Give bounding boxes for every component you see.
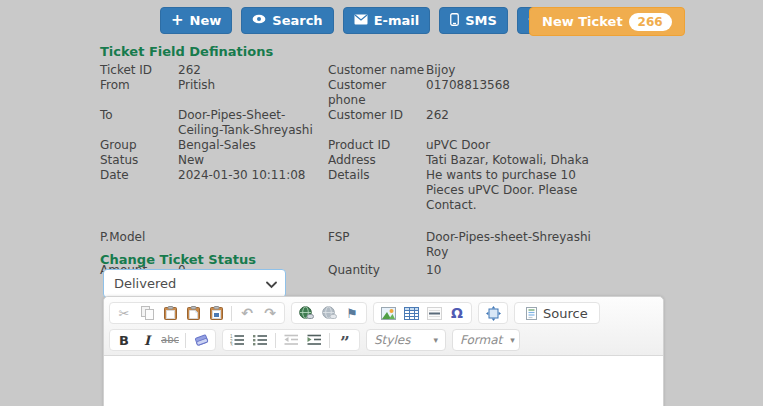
status-select[interactable]: Delivered bbox=[103, 269, 286, 298]
toolbar-separator bbox=[275, 333, 276, 348]
field-value: Pritish bbox=[178, 78, 328, 108]
editor-content-area[interactable] bbox=[105, 357, 662, 406]
ticket-fields-title: Ticket Field Definations bbox=[100, 44, 620, 59]
source-button-label: Source bbox=[543, 306, 588, 321]
field-label: From bbox=[100, 78, 178, 108]
format-dropdown[interactable]: Format ▾ bbox=[452, 329, 520, 351]
numbered-list-icon[interactable]: 123 bbox=[226, 331, 248, 349]
field-value: New bbox=[178, 153, 328, 168]
link-group: ⚑ bbox=[291, 302, 367, 324]
field-label: Date bbox=[100, 168, 178, 213]
italic-icon[interactable]: I bbox=[136, 331, 158, 349]
special-character-icon[interactable]: Ω bbox=[446, 304, 468, 322]
top-toolbar: + New Search E-mail SMS CRM bbox=[160, 7, 591, 34]
change-ticket-status-title: Change Ticket Status bbox=[100, 252, 256, 267]
field-label: Details bbox=[328, 168, 426, 213]
email-button[interactable]: E-mail bbox=[343, 7, 431, 34]
new-button[interactable]: + New bbox=[160, 7, 232, 34]
toolbar-separator bbox=[329, 333, 330, 348]
editor-toolbar: ✂ ↶ ↷ ⚑ Ω bbox=[104, 297, 663, 356]
svg-text:3: 3 bbox=[230, 343, 233, 346]
eye-icon bbox=[252, 13, 266, 28]
new-ticket-button[interactable]: New Ticket 266 bbox=[529, 7, 685, 36]
omega-glyph: Ω bbox=[451, 306, 463, 320]
styles-dropdown-label: Styles bbox=[374, 333, 410, 347]
new-button-label: New bbox=[190, 13, 222, 28]
caret-down-icon: ▾ bbox=[433, 335, 438, 345]
field-value: Door-Pipes-Sheet-Ceiling-Tank-Shreyashi bbox=[178, 108, 328, 138]
insert-group: Ω bbox=[373, 302, 472, 324]
field-label: Quantity bbox=[328, 260, 426, 278]
undo-icon[interactable]: ↶ bbox=[236, 304, 258, 322]
search-button-label: Search bbox=[272, 13, 322, 28]
caret-down-icon: ▾ bbox=[510, 335, 515, 345]
field-label: Address bbox=[328, 153, 426, 168]
search-button[interactable]: Search bbox=[241, 7, 333, 34]
field-label: To bbox=[100, 108, 178, 138]
image-icon[interactable] bbox=[377, 304, 399, 322]
field-value: He wants to purchase 10 Pieces uPVC Door… bbox=[426, 168, 598, 213]
fields-table-body: Ticket ID 262 Customer name Bijoy From P… bbox=[100, 63, 598, 278]
editor-toolbar-row-2: B I abc 123 ” Styles ▾ Format ▾ bbox=[109, 329, 658, 351]
remove-format-icon[interactable] bbox=[190, 331, 212, 349]
field-value: 262 bbox=[178, 63, 328, 78]
anchor-icon[interactable]: ⚑ bbox=[341, 304, 363, 322]
paste-icon[interactable] bbox=[159, 304, 181, 322]
ticket-fields-table: Ticket ID 262 Customer name Bijoy From P… bbox=[100, 63, 598, 278]
mobile-phone-icon bbox=[450, 13, 459, 29]
link-icon[interactable] bbox=[295, 304, 317, 322]
ticket-fields-section: Ticket Field Definations Ticket ID 262 C… bbox=[100, 44, 620, 278]
list-group: 123 ” bbox=[222, 329, 360, 351]
clipboard-group: ✂ ↶ ↷ bbox=[109, 302, 285, 324]
source-button[interactable]: Source bbox=[518, 304, 596, 322]
field-value: uPVC Door bbox=[426, 138, 598, 153]
field-value: 262 bbox=[426, 108, 598, 138]
cut-icon[interactable]: ✂ bbox=[113, 304, 135, 322]
field-label: Customer phone bbox=[328, 78, 426, 108]
sms-button[interactable]: SMS bbox=[439, 7, 508, 34]
plus-icon: + bbox=[171, 13, 184, 28]
ticket-field-row: Ticket ID 262 Customer name Bijoy bbox=[100, 63, 598, 78]
envelope-icon bbox=[354, 13, 368, 28]
table-icon[interactable] bbox=[400, 304, 422, 322]
ticket-field-row: To Door-Pipes-Sheet-Ceiling-Tank-Shreyas… bbox=[100, 108, 598, 138]
sms-button-label: SMS bbox=[465, 13, 497, 28]
paste-from-word-icon[interactable] bbox=[205, 304, 227, 322]
field-value: Bijoy bbox=[426, 63, 598, 78]
bulleted-list-icon[interactable] bbox=[249, 331, 271, 349]
email-button-label: E-mail bbox=[374, 13, 420, 28]
indent-icon[interactable] bbox=[303, 331, 325, 349]
copy-icon[interactable] bbox=[136, 304, 158, 322]
maximize-icon[interactable] bbox=[482, 304, 504, 322]
field-label: Product ID bbox=[328, 138, 426, 153]
outdent-icon[interactable] bbox=[280, 331, 302, 349]
field-label: Group bbox=[100, 138, 178, 153]
format-dropdown-label: Format bbox=[460, 333, 502, 347]
field-label: Ticket ID bbox=[100, 63, 178, 78]
bold-icon[interactable]: B bbox=[113, 331, 135, 349]
field-label: Customer ID bbox=[328, 108, 426, 138]
italic-glyph: I bbox=[144, 334, 150, 347]
redo-icon[interactable]: ↷ bbox=[259, 304, 281, 322]
strikethrough-icon[interactable]: abc bbox=[159, 331, 181, 349]
blockquote-icon[interactable]: ” bbox=[334, 331, 356, 349]
field-label: Status bbox=[100, 153, 178, 168]
styles-dropdown[interactable]: Styles ▾ bbox=[366, 329, 446, 351]
source-group: Source bbox=[514, 302, 600, 324]
editor-toolbar-row-1: ✂ ↶ ↷ ⚑ Ω bbox=[109, 302, 658, 324]
ticket-field-row: From Pritish Customer phone 01708813568 bbox=[100, 78, 598, 108]
paste-plain-text-icon[interactable] bbox=[182, 304, 204, 322]
toolbar-separator bbox=[185, 333, 186, 348]
horizontal-rule-icon[interactable] bbox=[423, 304, 445, 322]
ticket-field-row: Status New Address Tati Bazar, Kotowali,… bbox=[100, 153, 598, 168]
source-document-icon bbox=[526, 307, 537, 320]
field-value: 2024-01-30 10:11:08 bbox=[178, 168, 328, 213]
status-select-wrap: Delivered bbox=[103, 269, 286, 298]
bold-glyph: B bbox=[119, 334, 129, 347]
strike-glyph: abc bbox=[161, 335, 179, 345]
unlink-icon[interactable] bbox=[318, 304, 340, 322]
quote-glyph: ” bbox=[340, 337, 350, 347]
basicstyles-group: B I abc bbox=[109, 329, 216, 351]
field-value: 01708813568 bbox=[426, 78, 598, 108]
ticket-field-row: Date 2024-01-30 10:11:08 Details He want… bbox=[100, 168, 598, 213]
